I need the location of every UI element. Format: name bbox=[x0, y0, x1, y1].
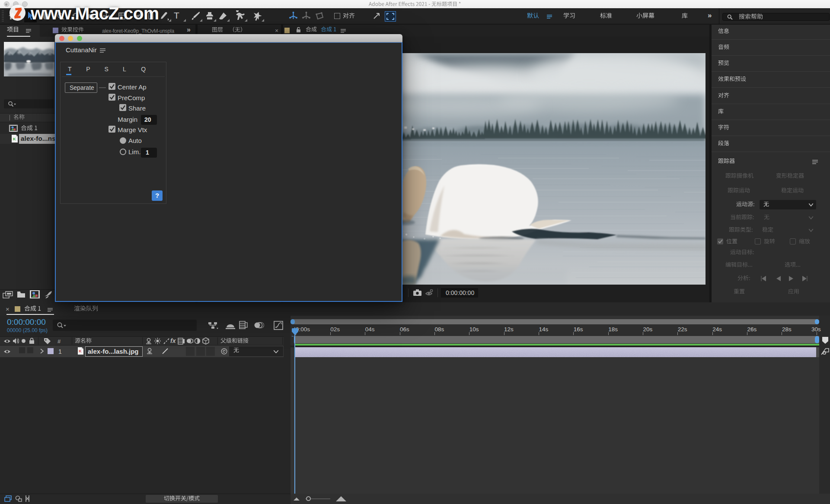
svg-text:K: K bbox=[79, 349, 82, 353]
svg-text:K: K bbox=[13, 137, 16, 141]
